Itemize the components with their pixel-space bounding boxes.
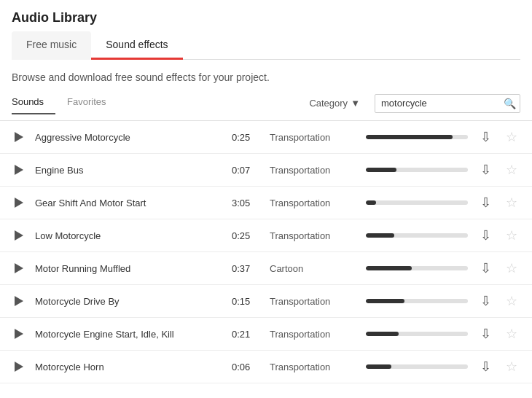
- star-icon: ☆: [506, 227, 517, 243]
- download-button[interactable]: ⇩: [477, 194, 494, 211]
- page-title: Audio Library: [12, 10, 520, 26]
- table-row: Motorcycle Engine Start, Idle, Kill 0:21…: [0, 318, 532, 351]
- download-button[interactable]: ⇩: [477, 325, 494, 343]
- star-icon: ☆: [506, 359, 517, 375]
- search-box: 🔍: [375, 94, 520, 113]
- play-icon: [15, 230, 23, 241]
- play-icon: [15, 165, 23, 175]
- sound-name: Motorcycle Horn: [35, 362, 223, 372]
- sound-duration: 3:05: [232, 198, 261, 208]
- filter-tab-group: Sounds Favorites: [12, 92, 130, 114]
- sound-name: Aggressive Motorcycle: [35, 132, 223, 143]
- table-row: Aggressive Motorcycle 0:25 Transportatio…: [0, 121, 532, 154]
- play-icon: [15, 296, 23, 306]
- favorite-button[interactable]: ☆: [503, 194, 520, 211]
- table-row: Motorcycle Horn 0:06 Transportation ⇩ ☆: [0, 351, 532, 383]
- play-icon: [15, 263, 23, 273]
- sound-duration: 0:25: [232, 132, 261, 143]
- download-button[interactable]: ⇩: [477, 161, 494, 179]
- sound-duration: 0:37: [232, 263, 261, 274]
- download-button[interactable]: ⇩: [477, 292, 494, 310]
- waveform: [366, 325, 468, 343]
- favorite-button[interactable]: ☆: [503, 128, 520, 146]
- star-icon: ☆: [506, 293, 517, 309]
- download-button[interactable]: ⇩: [477, 128, 494, 146]
- play-button[interactable]: [12, 294, 26, 308]
- download-button[interactable]: ⇩: [477, 260, 494, 277]
- waveform: [366, 227, 468, 244]
- play-button[interactable]: [12, 228, 26, 243]
- play-button[interactable]: [12, 130, 26, 144]
- favorite-button[interactable]: ☆: [503, 161, 520, 179]
- sound-category: Transportation: [270, 329, 357, 340]
- play-button[interactable]: [12, 359, 26, 374]
- star-icon: ☆: [506, 195, 517, 211]
- tab-free-music[interactable]: Free music: [12, 31, 91, 60]
- download-icon: ⇩: [480, 162, 491, 178]
- sound-category: Transportation: [270, 362, 357, 372]
- sound-name: Low Motorcycle: [35, 230, 223, 241]
- download-button[interactable]: ⇩: [477, 358, 494, 375]
- play-icon: [15, 362, 23, 372]
- play-button[interactable]: [12, 261, 26, 276]
- header: Audio Library Free music Sound effects: [0, 0, 532, 60]
- star-icon: ☆: [506, 129, 517, 145]
- sound-name: Motorcycle Drive By: [35, 296, 223, 307]
- waveform: [366, 358, 468, 375]
- search-icon: 🔍: [504, 98, 516, 109]
- sound-category: Transportation: [270, 296, 357, 307]
- star-icon: ☆: [506, 260, 517, 276]
- play-icon: [15, 198, 23, 208]
- waveform: [366, 161, 468, 179]
- chevron-down-icon: ▼: [351, 98, 360, 109]
- download-icon: ⇩: [480, 326, 491, 342]
- sound-duration: 0:06: [232, 362, 261, 372]
- download-button[interactable]: ⇩: [477, 227, 494, 244]
- sound-category: Transportation: [270, 165, 357, 176]
- sound-list: Aggressive Motorcycle 0:25 Transportatio…: [0, 121, 532, 383]
- sound-name: Engine Bus: [35, 165, 223, 176]
- favorite-button[interactable]: ☆: [503, 292, 520, 310]
- table-row: Gear Shift And Motor Start 3:05 Transpor…: [0, 187, 532, 219]
- play-button[interactable]: [12, 195, 26, 210]
- waveform: [366, 292, 468, 310]
- sound-duration: 0:15: [232, 296, 261, 307]
- filter-tab-favorites[interactable]: Favorites: [67, 92, 117, 114]
- search-input[interactable]: [381, 98, 504, 109]
- favorite-button[interactable]: ☆: [503, 325, 520, 343]
- sound-duration: 0:21: [232, 329, 261, 340]
- favorite-button[interactable]: ☆: [503, 260, 520, 277]
- play-button[interactable]: [12, 327, 26, 341]
- play-button[interactable]: [12, 163, 26, 177]
- table-row: Motor Running Muffled 0:37 Cartoon ⇩ ☆: [0, 252, 532, 285]
- waveform: [366, 194, 468, 211]
- table-row: Engine Bus 0:07 Transportation ⇩ ☆: [0, 154, 532, 187]
- sound-category: Transportation: [270, 230, 357, 241]
- sound-duration: 0:07: [232, 165, 261, 176]
- favorite-button[interactable]: ☆: [503, 358, 520, 375]
- download-icon: ⇩: [480, 359, 491, 375]
- waveform: [366, 128, 468, 146]
- waveform: [366, 260, 468, 277]
- sound-duration: 0:25: [232, 230, 261, 241]
- sound-name: Motorcycle Engine Start, Idle, Kill: [35, 329, 223, 340]
- tab-sound-effects[interactable]: Sound effects: [91, 31, 182, 60]
- download-icon: ⇩: [480, 195, 491, 211]
- category-dropdown[interactable]: Category ▼: [309, 98, 363, 109]
- download-icon: ⇩: [480, 129, 491, 145]
- download-icon: ⇩: [480, 227, 491, 243]
- download-icon: ⇩: [480, 293, 491, 309]
- sound-category: Cartoon: [270, 263, 357, 274]
- download-icon: ⇩: [480, 260, 491, 276]
- sound-category: Transportation: [270, 132, 357, 143]
- table-row: Low Motorcycle 0:25 Transportation ⇩ ☆: [0, 219, 532, 252]
- filter-tab-sounds[interactable]: Sounds: [12, 92, 55, 114]
- star-icon: ☆: [506, 162, 517, 178]
- favorite-button[interactable]: ☆: [503, 227, 520, 244]
- star-icon: ☆: [506, 326, 517, 342]
- filters-bar: Sounds Favorites Category ▼ 🔍: [0, 92, 532, 120]
- play-icon: [15, 329, 23, 339]
- tab-bar: Free music Sound effects: [12, 31, 520, 60]
- sound-name: Gear Shift And Motor Start: [35, 198, 223, 208]
- subtitle-text: Browse and download free sound effects f…: [0, 60, 532, 92]
